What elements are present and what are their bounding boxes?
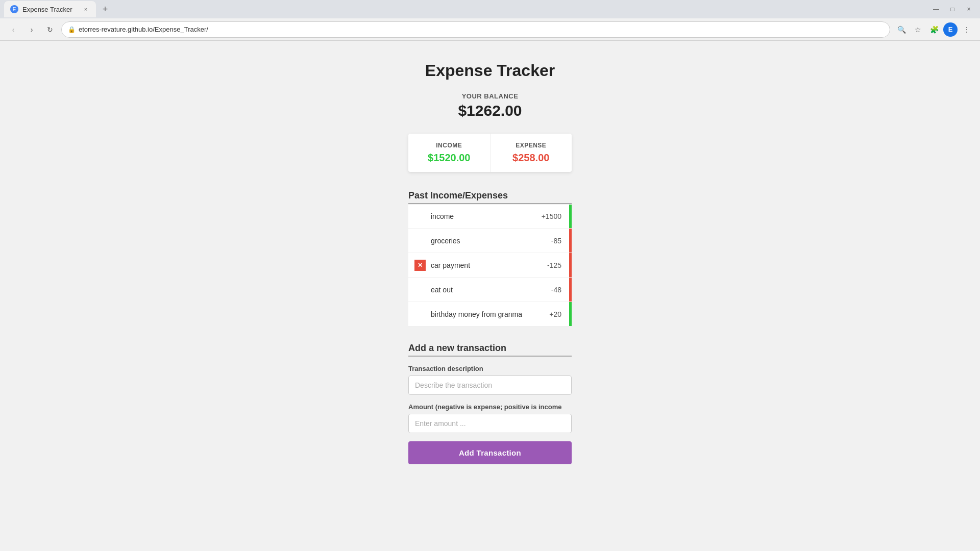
new-tab-button[interactable]: + <box>98 2 112 16</box>
browser-chrome: E Expense Tracker × + — □ × ‹ › ↻ 🔒 etor… <box>0 0 980 41</box>
transaction-name: birthday money from granma <box>431 310 549 318</box>
transaction-bar <box>569 278 572 302</box>
transaction-bar <box>569 253 572 277</box>
income-label: INCOME <box>414 142 484 149</box>
balance-section: YOUR BALANCE $1262.00 <box>458 92 522 119</box>
refresh-button[interactable]: ↻ <box>43 22 57 37</box>
delete-button[interactable]: ✕ <box>414 260 426 271</box>
form-divider <box>408 356 572 357</box>
income-item: INCOME $1520.00 <box>408 134 491 172</box>
description-label: Transaction description <box>408 365 572 372</box>
search-icon[interactable]: 🔍 <box>894 22 909 37</box>
transaction-item: birthday money from granma+20 <box>408 302 572 327</box>
page-content: Expense Tracker YOUR BALANCE $1262.00 IN… <box>0 41 980 551</box>
menu-icon[interactable]: ⋮ <box>960 22 974 37</box>
close-window-button[interactable]: × <box>962 2 976 16</box>
browser-tab[interactable]: E Expense Tracker × <box>4 1 96 17</box>
description-group: Transaction description <box>408 365 572 395</box>
back-button[interactable]: ‹ <box>6 22 20 37</box>
transaction-bar <box>569 302 572 326</box>
income-value: $1520.00 <box>414 152 484 164</box>
balance-label: YOUR BALANCE <box>458 92 522 100</box>
balance-amount: $1262.00 <box>458 102 522 119</box>
address-text: etorres-revature.github.io/Expense_Track… <box>79 26 884 33</box>
bookmark-icon[interactable]: ☆ <box>911 22 925 37</box>
address-bar[interactable]: 🔒 etorres-revature.github.io/Expense_Tra… <box>61 21 890 38</box>
transactions-heading: Past Income/Expenses <box>408 190 572 201</box>
add-section-heading: Add a new transaction <box>408 343 572 354</box>
transaction-name: eat out <box>431 286 551 294</box>
transaction-item: income+1500 <box>408 204 572 229</box>
amount-label: Amount (negative is expense; positive is… <box>408 403 572 411</box>
tab-title: Expense Tracker <box>22 6 78 13</box>
transaction-amount: -125 <box>547 261 561 269</box>
lock-icon: 🔒 <box>68 26 76 33</box>
add-transaction-section: Add a new transaction Transaction descri… <box>408 343 572 464</box>
extensions-icon[interactable]: 🧩 <box>927 22 941 37</box>
maximize-button[interactable]: □ <box>945 2 960 16</box>
window-controls: — □ × <box>929 2 976 16</box>
profile-icon[interactable]: E <box>943 22 958 37</box>
transactions-section: Past Income/Expenses income+1500grocerie… <box>408 190 572 327</box>
transaction-name: income <box>431 212 542 220</box>
minimize-button[interactable]: — <box>929 2 943 16</box>
forward-button[interactable]: › <box>24 22 39 37</box>
amount-group: Amount (negative is expense; positive is… <box>408 403 572 433</box>
expense-value: $258.00 <box>497 152 566 164</box>
income-expense-box: INCOME $1520.00 EXPENSE $258.00 <box>408 134 572 172</box>
transaction-amount: +1500 <box>542 212 561 220</box>
transaction-name: car payment <box>431 261 547 269</box>
transaction-item: groceries-85 <box>408 229 572 253</box>
transaction-amount: -48 <box>551 286 561 294</box>
transaction-bar <box>569 205 572 228</box>
tab-favicon: E <box>10 5 18 13</box>
transaction-bar <box>569 229 572 253</box>
transaction-list: income+1500groceries-85✕car payment-125e… <box>408 204 572 327</box>
transaction-item: ✕car payment-125 <box>408 253 572 278</box>
toolbar-right-icons: 🔍 ☆ 🧩 E ⋮ <box>894 22 974 37</box>
transaction-amount: -85 <box>551 237 561 245</box>
amount-input[interactable] <box>408 414 572 433</box>
transaction-item: eat out-48 <box>408 278 572 302</box>
app-title: Expense Tracker <box>425 61 555 80</box>
browser-toolbar: ‹ › ↻ 🔒 etorres-revature.github.io/Expen… <box>0 18 980 41</box>
transaction-amount: +20 <box>549 310 561 318</box>
transaction-name: groceries <box>431 237 551 245</box>
expense-label: EXPENSE <box>497 142 566 149</box>
add-transaction-button[interactable]: Add Transaction <box>408 441 572 464</box>
expense-item: EXPENSE $258.00 <box>491 134 572 172</box>
description-input[interactable] <box>408 375 572 395</box>
browser-titlebar: E Expense Tracker × + — □ × <box>0 0 980 18</box>
tab-close-button[interactable]: × <box>82 5 90 13</box>
